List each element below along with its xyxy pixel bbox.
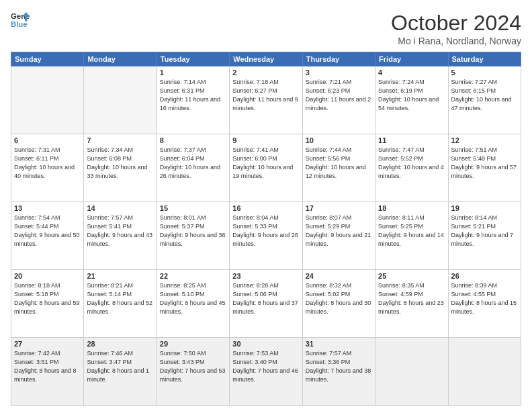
day-cell: 8Sunrise: 7:37 AM Sunset: 6:04 PM Daylig… xyxy=(157,134,229,202)
day-info: Sunrise: 7:42 AM Sunset: 3:51 PM Dayligh… xyxy=(14,349,81,384)
day-info: Sunrise: 7:47 AM Sunset: 5:52 PM Dayligh… xyxy=(378,146,445,181)
day-cell xyxy=(375,338,448,406)
day-info: Sunrise: 7:57 AM Sunset: 3:36 PM Dayligh… xyxy=(306,349,372,384)
calendar-table: Sunday Monday Tuesday Wednesday Thursday… xyxy=(11,52,521,406)
day-cell: 5Sunrise: 7:27 AM Sunset: 6:15 PM Daylig… xyxy=(448,66,521,134)
day-number: 10 xyxy=(306,136,372,144)
day-info: Sunrise: 7:21 AM Sunset: 6:23 PM Dayligh… xyxy=(306,78,372,113)
day-cell: 29Sunrise: 7:50 AM Sunset: 3:43 PM Dayli… xyxy=(157,338,229,406)
col-sunday: Sunday xyxy=(11,52,84,66)
day-cell: 3Sunrise: 7:21 AM Sunset: 6:23 PM Daylig… xyxy=(302,66,375,134)
day-info: Sunrise: 7:18 AM Sunset: 6:27 PM Dayligh… xyxy=(232,78,299,113)
day-number: 14 xyxy=(87,204,153,212)
day-number: 31 xyxy=(306,340,372,348)
day-cell: 14Sunrise: 7:57 AM Sunset: 5:41 PM Dayli… xyxy=(84,202,157,270)
day-cell: 28Sunrise: 7:46 AM Sunset: 3:47 PM Dayli… xyxy=(84,338,157,406)
col-friday: Friday xyxy=(375,52,448,66)
day-info: Sunrise: 8:39 AM Sunset: 4:55 PM Dayligh… xyxy=(451,281,518,316)
day-cell: 19Sunrise: 8:14 AM Sunset: 5:21 PM Dayli… xyxy=(448,202,521,270)
week-row-2: 13Sunrise: 7:54 AM Sunset: 5:44 PM Dayli… xyxy=(11,202,521,270)
day-number: 22 xyxy=(160,272,226,280)
day-cell: 23Sunrise: 8:28 AM Sunset: 5:06 PM Dayli… xyxy=(230,270,302,338)
day-number: 12 xyxy=(451,136,518,144)
day-cell: 20Sunrise: 8:18 AM Sunset: 5:18 PM Dayli… xyxy=(11,270,84,338)
day-info: Sunrise: 7:46 AM Sunset: 3:47 PM Dayligh… xyxy=(87,349,153,384)
day-number: 24 xyxy=(306,272,372,280)
day-info: Sunrise: 7:37 AM Sunset: 6:04 PM Dayligh… xyxy=(160,146,226,181)
day-info: Sunrise: 8:14 AM Sunset: 5:21 PM Dayligh… xyxy=(451,214,518,248)
day-number: 26 xyxy=(451,272,518,280)
day-number: 3 xyxy=(306,68,372,77)
day-number: 4 xyxy=(378,68,445,77)
day-cell: 31Sunrise: 7:57 AM Sunset: 3:36 PM Dayli… xyxy=(302,338,375,406)
day-info: Sunrise: 8:21 AM Sunset: 5:14 PM Dayligh… xyxy=(87,281,153,316)
day-info: Sunrise: 8:35 AM Sunset: 4:59 PM Dayligh… xyxy=(378,281,445,316)
svg-text:Blue: Blue xyxy=(11,20,28,28)
day-info: Sunrise: 7:53 AM Sunset: 3:40 PM Dayligh… xyxy=(232,349,299,384)
day-info: Sunrise: 7:34 AM Sunset: 6:08 PM Dayligh… xyxy=(87,146,153,181)
week-row-1: 6Sunrise: 7:31 AM Sunset: 6:11 PM Daylig… xyxy=(11,134,521,202)
day-cell: 26Sunrise: 8:39 AM Sunset: 4:55 PM Dayli… xyxy=(448,270,521,338)
day-cell: 6Sunrise: 7:31 AM Sunset: 6:11 PM Daylig… xyxy=(11,134,84,202)
day-cell: 10Sunrise: 7:44 AM Sunset: 5:56 PM Dayli… xyxy=(302,134,375,202)
day-number: 1 xyxy=(160,68,226,77)
day-info: Sunrise: 8:18 AM Sunset: 5:18 PM Dayligh… xyxy=(14,281,81,316)
location: Mo i Rana, Nordland, Norway xyxy=(391,36,521,46)
day-info: Sunrise: 8:07 AM Sunset: 5:29 PM Dayligh… xyxy=(306,214,372,248)
day-number: 11 xyxy=(378,136,445,144)
day-number: 27 xyxy=(14,340,81,348)
day-info: Sunrise: 7:27 AM Sunset: 6:15 PM Dayligh… xyxy=(451,78,518,113)
day-info: Sunrise: 7:31 AM Sunset: 6:11 PM Dayligh… xyxy=(14,146,81,181)
day-number: 23 xyxy=(232,272,299,280)
logo-icon: General Blue xyxy=(11,11,30,30)
day-number: 2 xyxy=(232,68,299,77)
day-number: 21 xyxy=(87,272,153,280)
day-number: 18 xyxy=(378,204,445,212)
col-monday: Monday xyxy=(84,52,157,66)
day-number: 13 xyxy=(14,204,81,212)
day-cell: 15Sunrise: 8:01 AM Sunset: 5:37 PM Dayli… xyxy=(157,202,229,270)
day-cell: 27Sunrise: 7:42 AM Sunset: 3:51 PM Dayli… xyxy=(11,338,84,406)
day-info: Sunrise: 8:25 AM Sunset: 5:10 PM Dayligh… xyxy=(160,281,226,316)
day-info: Sunrise: 8:32 AM Sunset: 5:02 PM Dayligh… xyxy=(306,281,372,316)
day-info: Sunrise: 8:01 AM Sunset: 5:37 PM Dayligh… xyxy=(160,214,226,248)
day-cell xyxy=(448,338,521,406)
col-saturday: Saturday xyxy=(448,52,521,66)
day-number: 29 xyxy=(160,340,226,348)
day-info: Sunrise: 7:54 AM Sunset: 5:44 PM Dayligh… xyxy=(14,214,81,248)
day-cell: 22Sunrise: 8:25 AM Sunset: 5:10 PM Dayli… xyxy=(157,270,229,338)
day-cell xyxy=(11,66,84,134)
day-cell: 2Sunrise: 7:18 AM Sunset: 6:27 PM Daylig… xyxy=(230,66,302,134)
day-number: 20 xyxy=(14,272,81,280)
day-info: Sunrise: 8:11 AM Sunset: 5:25 PM Dayligh… xyxy=(378,214,445,248)
page: General Blue October 2024 Mo i Rana, Nor… xyxy=(0,0,532,411)
day-number: 15 xyxy=(160,204,226,212)
day-cell: 18Sunrise: 8:11 AM Sunset: 5:25 PM Dayli… xyxy=(375,202,448,270)
day-info: Sunrise: 7:41 AM Sunset: 6:00 PM Dayligh… xyxy=(232,146,299,181)
day-cell xyxy=(84,66,157,134)
day-cell: 16Sunrise: 8:04 AM Sunset: 5:33 PM Dayli… xyxy=(230,202,302,270)
col-wednesday: Wednesday xyxy=(230,52,302,66)
day-info: Sunrise: 7:14 AM Sunset: 6:31 PM Dayligh… xyxy=(160,78,226,113)
day-cell: 25Sunrise: 8:35 AM Sunset: 4:59 PM Dayli… xyxy=(375,270,448,338)
day-cell: 1Sunrise: 7:14 AM Sunset: 6:31 PM Daylig… xyxy=(157,66,229,134)
day-number: 7 xyxy=(87,136,153,144)
col-tuesday: Tuesday xyxy=(157,52,229,66)
month-title: October 2024 xyxy=(391,11,521,36)
day-cell: 9Sunrise: 7:41 AM Sunset: 6:00 PM Daylig… xyxy=(230,134,302,202)
day-info: Sunrise: 8:28 AM Sunset: 5:06 PM Dayligh… xyxy=(232,281,299,316)
day-number: 6 xyxy=(14,136,81,144)
day-info: Sunrise: 7:50 AM Sunset: 3:43 PM Dayligh… xyxy=(160,349,226,384)
day-info: Sunrise: 7:57 AM Sunset: 5:41 PM Dayligh… xyxy=(87,214,153,248)
day-info: Sunrise: 8:04 AM Sunset: 5:33 PM Dayligh… xyxy=(232,214,299,248)
day-cell: 17Sunrise: 8:07 AM Sunset: 5:29 PM Dayli… xyxy=(302,202,375,270)
day-cell: 30Sunrise: 7:53 AM Sunset: 3:40 PM Dayli… xyxy=(230,338,302,406)
week-row-4: 27Sunrise: 7:42 AM Sunset: 3:51 PM Dayli… xyxy=(11,338,521,406)
day-number: 30 xyxy=(232,340,299,348)
day-number: 16 xyxy=(232,204,299,212)
day-cell: 21Sunrise: 8:21 AM Sunset: 5:14 PM Dayli… xyxy=(84,270,157,338)
day-cell: 12Sunrise: 7:51 AM Sunset: 5:48 PM Dayli… xyxy=(448,134,521,202)
day-number: 8 xyxy=(160,136,226,144)
day-cell: 7Sunrise: 7:34 AM Sunset: 6:08 PM Daylig… xyxy=(84,134,157,202)
day-info: Sunrise: 7:24 AM Sunset: 6:19 PM Dayligh… xyxy=(378,78,445,113)
